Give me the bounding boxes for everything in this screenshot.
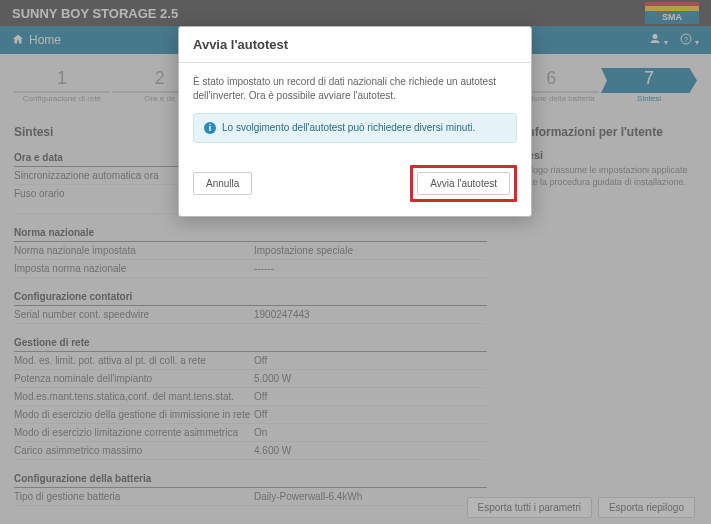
modal-alert-text: Lo svolgimento dell'autotest può richied… — [222, 121, 475, 135]
modal-info-alert: i Lo svolgimento dell'autotest può richi… — [193, 113, 517, 143]
cancel-button[interactable]: Annulla — [193, 172, 252, 195]
autotest-modal: Avvia l'autotest È stato impostato un re… — [178, 26, 532, 217]
modal-title: Avvia l'autotest — [179, 27, 531, 63]
confirm-highlight: Avvia l'autotest — [410, 165, 517, 202]
info-icon: i — [204, 122, 216, 134]
modal-body-text: È stato impostato un record di dati nazi… — [193, 75, 517, 103]
start-autotest-button[interactable]: Avvia l'autotest — [417, 172, 510, 195]
